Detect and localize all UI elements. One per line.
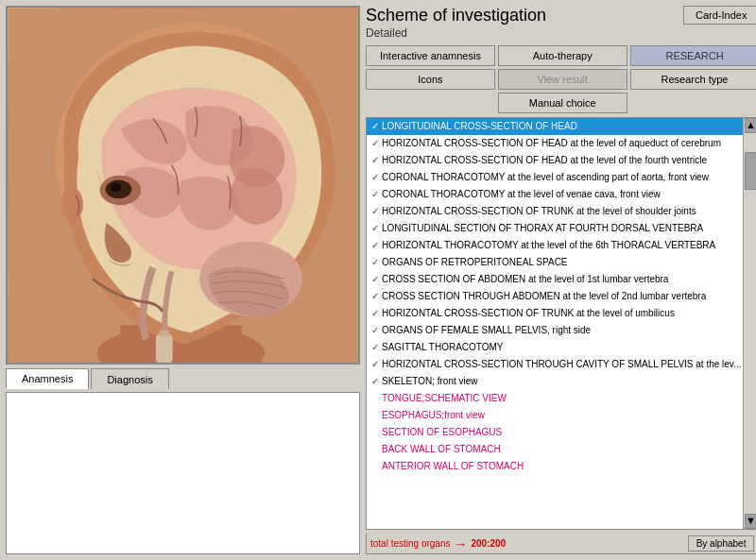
- action-buttons: Interactive anamnesis Auto-therapy RESEA…: [366, 45, 756, 113]
- list-item-text: ANTERIOR WALL OF STOMACH: [382, 461, 741, 471]
- status-bar: total testing organs → 200:200 By alphab…: [366, 534, 756, 554]
- list-scroll-area[interactable]: ✓LONGITUDINAL CROSS-SECTION OF HEAD✓HORI…: [367, 118, 743, 529]
- arrow-icon: →: [455, 536, 468, 552]
- list-item-text: SECTION OF ESOPHAGUS: [382, 427, 741, 437]
- list-item[interactable]: ✓CROSS SECTION OF ABDOMEN at the level o…: [367, 271, 743, 288]
- brain-image: [6, 6, 360, 365]
- page-subtitle: Detailed: [366, 26, 546, 40]
- list-item-text: HORIZONTAL CROSS-SECTION OF TRUNK at the…: [382, 206, 741, 216]
- left-panel: Anamnesis Diagnosis: [6, 6, 360, 554]
- list-item-text: ESOPHAGUS;front view: [382, 410, 741, 420]
- list-item-text: CORONAL THORACOTOMY at the level of vena…: [382, 189, 741, 199]
- research-type-button[interactable]: Research type: [630, 69, 756, 90]
- svg-rect-5: [155, 334, 172, 363]
- list-item-check: ✓: [369, 155, 382, 165]
- list-item[interactable]: ✓HORIZONTAL CROSS-SECTION OF HEAD at the…: [367, 135, 743, 152]
- list-item[interactable]: ESOPHAGUS;front view: [367, 407, 743, 424]
- list-item[interactable]: BACK WALL OF STOMACH: [367, 441, 743, 458]
- bottom-tabs: Anamnesis Diagnosis: [6, 368, 360, 389]
- status-count: 200:200: [472, 538, 507, 549]
- list-item[interactable]: ✓HORIZONTAL CROSS-SECTION OF TRUNK at th…: [367, 203, 743, 220]
- list-item-check: ✓: [369, 206, 382, 216]
- list-item-text: CROSS SECTION THROUGH ABDOMEN at the lev…: [382, 291, 741, 301]
- list-item-check: ✓: [369, 359, 382, 369]
- list-item-text: TONGUE;SCHEMATIC VIEW: [382, 393, 741, 403]
- auto-therapy-button[interactable]: Auto-therapy: [498, 45, 627, 66]
- list-item[interactable]: ✓CROSS SECTION THROUGH ABDOMEN at the le…: [367, 288, 743, 305]
- list-item-check: ✓: [369, 342, 382, 352]
- list-item-text: CROSS SECTION OF ABDOMEN at the level of…: [382, 274, 741, 284]
- list-item[interactable]: ✓LONGITUDINAL CROSS-SECTION OF HEAD: [367, 118, 743, 135]
- list-item-check: ✓: [369, 223, 382, 233]
- list-item-text: ORGANS OF RETROPERITONEAL SPACE: [382, 257, 741, 267]
- svg-rect-6: [159, 330, 168, 337]
- icons-button[interactable]: Icons: [366, 69, 495, 90]
- list-item-check: ✓: [369, 138, 382, 148]
- text-area: [6, 392, 360, 554]
- list-item[interactable]: ✓CORONAL THORACOTOMY at the level of ven…: [367, 186, 743, 203]
- list-item[interactable]: ✓ORGANS OF FEMALE SMALL PELVIS, right si…: [367, 322, 743, 339]
- list-item-text: HORIZONTAL CROSS-SECTION THROUGH CAVITY …: [382, 359, 741, 369]
- list-item[interactable]: ✓SKELETON; front view: [367, 373, 743, 390]
- list-item-check: ✓: [369, 257, 382, 267]
- list-item[interactable]: ✓SAGITTAL THORACOTOMY: [367, 339, 743, 356]
- list-item[interactable]: ✓ORGANS OF RETROPERITONEAL SPACE: [367, 254, 743, 271]
- total-testing-label: total testing organs: [370, 538, 451, 549]
- list-item-text: SAGITTAL THORACOTOMY: [382, 342, 741, 352]
- list-item-text: HORIZONTAL CROSS-SECTION OF TRUNK at the…: [382, 308, 741, 318]
- list-item-check: ✓: [369, 121, 382, 131]
- card-index-button[interactable]: Card-Index: [683, 6, 756, 25]
- diagnosis-tab[interactable]: Diagnosis: [91, 368, 168, 389]
- list-item-text: LONGITUDINAL SECTION OF THORAX AT FOURTH…: [382, 223, 741, 233]
- list-item-text: BACK WALL OF STOMACH: [382, 444, 741, 454]
- list-item-check: ✓: [369, 376, 382, 386]
- title-block: Scheme of investigation Detailed: [366, 6, 546, 40]
- anamnesis-tab[interactable]: Anamnesis: [6, 368, 89, 389]
- bottom-left-panel: Anamnesis Diagnosis: [6, 368, 360, 554]
- list-item[interactable]: ✓HORIZONTAL CROSS-SECTION OF TRUNK at th…: [367, 305, 743, 322]
- list-item-text: SKELETON; front view: [382, 376, 741, 386]
- list-item[interactable]: ✓HORIZONTAL THORACOTOMY at the level of …: [367, 237, 743, 254]
- scrollbar[interactable]: ▲ ▼: [743, 118, 756, 529]
- page-title: Scheme of investigation: [366, 6, 546, 26]
- list-item[interactable]: ✓LONGITUDINAL SECTION OF THORAX AT FOURT…: [367, 220, 743, 237]
- header-row: Scheme of investigation Detailed Card-In…: [366, 6, 756, 40]
- list-item-check: ✓: [369, 308, 382, 318]
- list-item-text: ORGANS OF FEMALE SMALL PELVIS, right sid…: [382, 325, 741, 335]
- list-item-text: LONGITUDINAL CROSS-SECTION OF HEAD: [382, 121, 741, 131]
- list-item-check: ✓: [369, 274, 382, 284]
- list-item[interactable]: ✓HORIZONTAL CROSS-SECTION THROUGH CAVITY…: [367, 356, 743, 373]
- list-item[interactable]: ✓HORIZONTAL CROSS-SECTION OF HEAD at the…: [367, 152, 743, 169]
- manual-choice-button[interactable]: Manual choice: [498, 93, 627, 113]
- list-item-check: ✓: [369, 291, 382, 301]
- list-item[interactable]: ✓CORONAL THORACOTOMY at the level of asc…: [367, 169, 743, 186]
- list-item[interactable]: ANTERIOR WALL OF STOMACH: [367, 458, 743, 475]
- list-item-check: ✓: [369, 189, 382, 199]
- interactive-anamnesis-button[interactable]: Interactive anamnesis: [366, 45, 495, 66]
- list-item-text: HORIZONTAL CROSS-SECTION OF HEAD at the …: [382, 155, 741, 165]
- alphabet-button[interactable]: By alphabet: [688, 535, 755, 552]
- list-item[interactable]: SECTION OF ESOPHAGUS: [367, 424, 743, 441]
- list-item-text: CORONAL THORACOTOMY at the level of asce…: [382, 172, 741, 182]
- list-item-check: ✓: [369, 172, 382, 182]
- list-item-check: ✓: [369, 240, 382, 250]
- items-list: ✓LONGITUDINAL CROSS-SECTION OF HEAD✓HORI…: [366, 117, 756, 530]
- status-left: total testing organs → 200:200: [370, 536, 506, 552]
- list-item-text: HORIZONTAL CROSS-SECTION OF HEAD at the …: [382, 138, 741, 148]
- view-result-button[interactable]: View result: [498, 69, 627, 90]
- list-item-check: ✓: [369, 325, 382, 335]
- right-panel: Scheme of investigation Detailed Card-In…: [366, 6, 756, 554]
- list-item[interactable]: TONGUE;SCHEMATIC VIEW: [367, 390, 743, 407]
- svg-point-9: [110, 182, 121, 192]
- research-button[interactable]: RESEARCH: [630, 45, 756, 66]
- list-item-text: HORIZONTAL THORACOTOMY at the level of t…: [382, 240, 741, 250]
